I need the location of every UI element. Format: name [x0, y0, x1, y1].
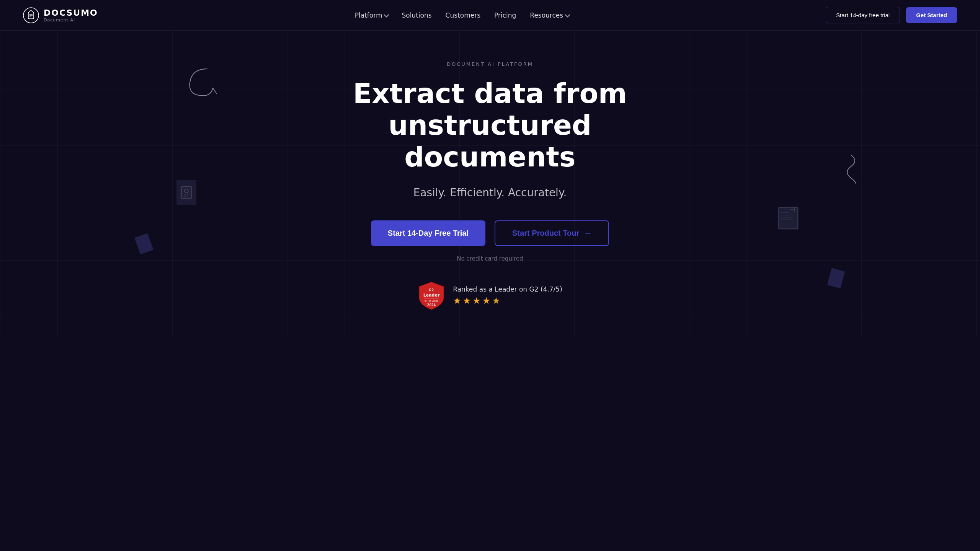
nav-item-resources[interactable]: Resources	[530, 11, 569, 19]
star-2: ★	[463, 295, 471, 306]
svg-text:Leader: Leader	[423, 293, 440, 298]
nav-item-customers[interactable]: Customers	[446, 11, 480, 19]
start-tour-button[interactable]: Start Product Tour →	[495, 220, 609, 246]
deco-paper-2	[827, 268, 845, 289]
logo[interactable]: DOCSUMO Document AI	[23, 7, 98, 23]
svg-rect-4	[181, 186, 191, 199]
hero-description: Easily. Efficiently. Accurately.	[413, 186, 567, 199]
hero-section: DOCUMENT AI PLATFORM Extract data from u…	[0, 31, 980, 337]
chevron-down-icon	[565, 12, 570, 17]
star-3: ★	[472, 295, 481, 306]
nav-link-resources[interactable]: Resources	[530, 11, 569, 19]
g2-info: Ranked as a Leader on G2 (4.7/5) ★ ★ ★ ★…	[453, 285, 562, 306]
start-trial-button[interactable]: Start 14-Day Free Trial	[371, 220, 485, 246]
hero-actions: Start 14-Day Free Trial Start Product To…	[371, 220, 609, 246]
svg-text:SUMMER: SUMMER	[425, 300, 439, 303]
nav-link-customers[interactable]: Customers	[446, 11, 480, 19]
svg-rect-8	[779, 207, 798, 229]
nav-link-solutions[interactable]: Solutions	[402, 11, 431, 19]
g2-section: G2 Leader SUMMER 2024 Ranked as a Leader…	[418, 280, 562, 311]
svg-point-0	[23, 8, 39, 23]
nav-item-solutions[interactable]: Solutions	[402, 11, 431, 19]
no-credit-card-text: No credit card required	[457, 255, 523, 262]
hero-eyebrow: DOCUMENT AI PLATFORM	[447, 61, 533, 67]
nav-link-pricing[interactable]: Pricing	[494, 11, 516, 19]
free-trial-nav-button[interactable]: Start 14-day free trial	[826, 7, 900, 23]
hero-title-line1: Extract data from	[353, 77, 627, 109]
hero-title-line2: unstructured documents	[389, 109, 592, 173]
svg-text:G2: G2	[429, 289, 434, 292]
star-5: ★	[492, 295, 500, 306]
logo-icon	[23, 7, 39, 23]
nav-link-platform[interactable]: Platform	[355, 11, 388, 19]
logo-text-group: DOCSUMO Document AI	[44, 8, 98, 23]
brand-tagline: Document AI	[44, 18, 98, 23]
nav-item-pricing[interactable]: Pricing	[494, 11, 516, 19]
deco-document-1	[176, 180, 196, 205]
chevron-down-icon	[384, 12, 389, 17]
get-started-nav-button[interactable]: Get Started	[906, 7, 957, 23]
navbar: DOCSUMO Document AI Platform Solutions C…	[0, 0, 980, 31]
nav-item-platform[interactable]: Platform	[355, 11, 388, 19]
deco-paper-1	[135, 233, 154, 254]
deco-curl	[176, 61, 222, 107]
nav-links: Platform Solutions Customers Pricing Res…	[355, 11, 569, 19]
nav-buttons: Start 14-day free trial Get Started	[826, 7, 957, 23]
star-4: ★	[482, 295, 491, 306]
hero-title: Extract data from unstructured documents	[318, 78, 662, 173]
g2-ranking-text: Ranked as a Leader on G2 (4.7/5)	[453, 285, 562, 293]
deco-squiggle	[840, 153, 862, 184]
arrow-right-icon: →	[584, 229, 591, 238]
star-1: ★	[453, 295, 461, 306]
g2-stars: ★ ★ ★ ★ ★	[453, 295, 500, 306]
svg-text:2024: 2024	[427, 303, 436, 307]
deco-document-2	[778, 207, 799, 230]
svg-point-5	[185, 189, 188, 193]
g2-badge: G2 Leader SUMMER 2024	[418, 280, 445, 311]
brand-name: DOCSUMO	[44, 8, 98, 18]
